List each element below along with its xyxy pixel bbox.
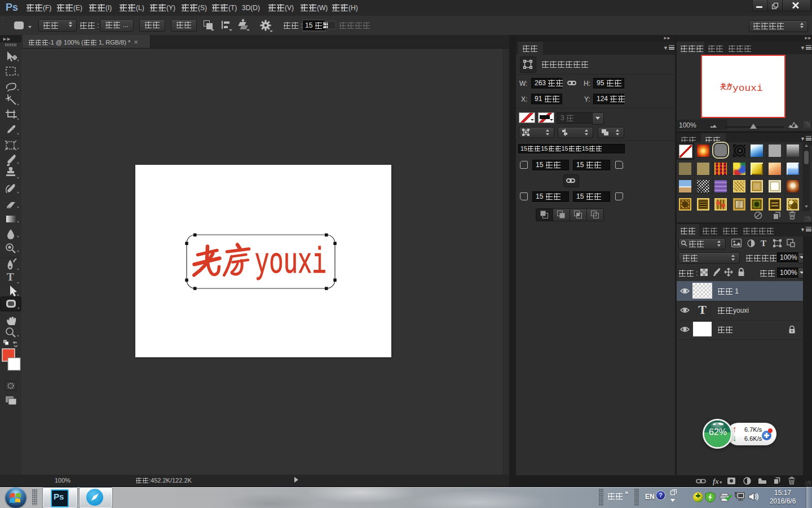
svg-text:T: T: [7, 271, 14, 283]
